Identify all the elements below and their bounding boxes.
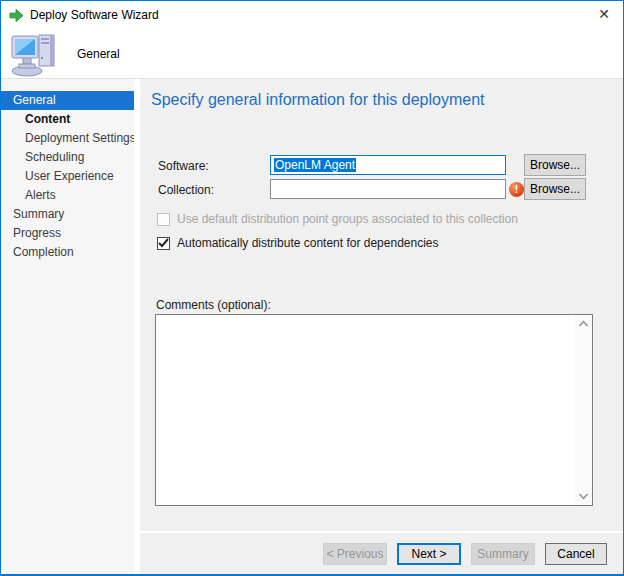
software-label: Software: [158, 159, 209, 173]
nav-item-scheduling[interactable]: Scheduling [1, 148, 134, 167]
check-icon [158, 238, 169, 248]
nav-item-content[interactable]: Content [1, 110, 134, 129]
wizard-nav: General Content Deployment Settings Sche… [1, 79, 134, 574]
summary-button[interactable]: Summary [471, 543, 535, 565]
next-button[interactable]: Next > [397, 543, 461, 565]
wizard-footer: < Previous Next > Summary Cancel [140, 531, 623, 574]
comments-scrollbar[interactable] [575, 315, 592, 505]
cancel-button[interactable]: Cancel [545, 543, 607, 565]
title-bar: Deploy Software Wizard ✕ [1, 1, 623, 29]
wizard-header: General [1, 29, 623, 79]
collection-browse-button[interactable]: Browse... [524, 178, 586, 200]
dependencies-checkbox-label: Automatically distribute content for dep… [177, 236, 439, 250]
distribution-point-checkbox-label: Use default distribution point groups as… [177, 212, 518, 226]
nav-item-completion[interactable]: Completion [1, 243, 134, 262]
previous-button[interactable]: < Previous [323, 543, 387, 565]
scroll-up-icon[interactable] [578, 319, 589, 329]
collection-error-icon: ! [509, 182, 524, 197]
comments-label: Comments (optional): [156, 298, 271, 312]
nav-item-deployment-settings[interactable]: Deployment Settings [1, 129, 134, 148]
distribution-point-checkbox [157, 213, 170, 226]
deploy-arrow-icon [9, 8, 24, 23]
computer-icon [10, 31, 62, 77]
wizard-body: General Content Deployment Settings Sche… [1, 79, 623, 574]
page-heading: Specify general information for this dep… [151, 91, 485, 109]
nav-item-alerts[interactable]: Alerts [1, 186, 134, 205]
nav-item-user-experience[interactable]: User Experience [1, 167, 134, 186]
collection-input[interactable] [270, 179, 506, 199]
software-input[interactable]: OpenLM Agent [270, 155, 506, 175]
software-browse-button[interactable]: Browse... [524, 154, 586, 176]
nav-item-progress[interactable]: Progress [1, 224, 134, 243]
window-title: Deploy Software Wizard [30, 8, 159, 22]
distribution-point-checkbox-row: Use default distribution point groups as… [157, 212, 518, 226]
dependencies-checkbox[interactable] [157, 237, 170, 250]
nav-item-summary[interactable]: Summary [1, 205, 134, 224]
dependencies-checkbox-row[interactable]: Automatically distribute content for dep… [157, 236, 439, 250]
header-page-title: General [77, 47, 120, 61]
deploy-software-wizard-window: Deploy Software Wizard ✕ General General… [0, 0, 624, 576]
software-input-selected-text: OpenLM Agent [274, 158, 356, 172]
collection-label: Collection: [158, 183, 214, 197]
nav-item-general[interactable]: General [1, 91, 134, 110]
close-icon[interactable]: ✕ [591, 3, 617, 25]
scroll-down-icon[interactable] [578, 491, 589, 501]
comments-textarea[interactable] [155, 314, 593, 506]
wizard-page-general: Specify general information for this dep… [134, 79, 623, 574]
